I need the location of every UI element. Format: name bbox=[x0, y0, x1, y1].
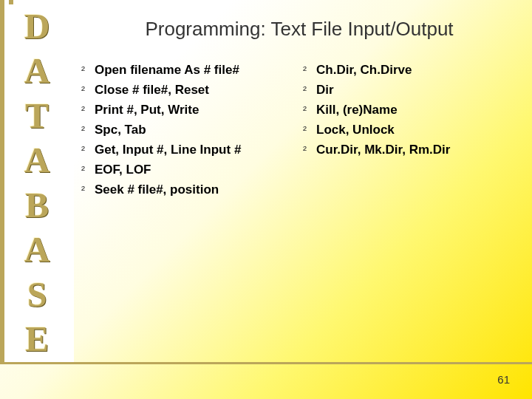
list-item: ²Spc, Tab bbox=[81, 123, 296, 137]
list-item: ²Print #, Put, Write bbox=[81, 103, 296, 117]
bullet-icon: ² bbox=[81, 123, 95, 137]
list-item-text: Cur.Dir, Mk.Dir, Rm.Dir bbox=[316, 143, 450, 157]
sidebar-letter: A bbox=[24, 228, 50, 272]
list-item-text: Kill, (re)Name bbox=[316, 103, 398, 117]
list-item-text: Seek # file#, position bbox=[95, 183, 219, 197]
right-column: ²Ch.Dir, Ch.Dirve ²Dir ²Kill, (re)Name ²… bbox=[303, 63, 517, 202]
list-item-text: Open filename As # file# bbox=[95, 63, 239, 78]
sidebar-letter: A bbox=[24, 49, 50, 93]
bullet-icon: ² bbox=[303, 123, 316, 137]
list-item-text: Get, Input #, Line Input # bbox=[95, 143, 241, 157]
bullet-icon: ² bbox=[81, 63, 95, 78]
left-column: ²Open filename As # file# ²Close # file#… bbox=[81, 63, 296, 202]
bullet-icon: ² bbox=[81, 83, 95, 98]
list-item-text: Spc, Tab bbox=[95, 123, 146, 137]
sidebar-letter: A bbox=[24, 138, 50, 183]
list-item: ²Cur.Dir, Mk.Dir, Rm.Dir bbox=[303, 143, 517, 157]
sidebar-letters: D A T A B A S E bbox=[9, 4, 65, 362]
page-number: 61 bbox=[497, 373, 510, 386]
sidebar-letter: E bbox=[25, 317, 49, 361]
sidebar-letter: D bbox=[24, 4, 50, 49]
list-item-text: EOF, LOF bbox=[95, 163, 151, 177]
list-item: ²Get, Input #, Line Input # bbox=[81, 143, 296, 157]
bullet-icon: ² bbox=[81, 103, 95, 117]
list-item: ²Open filename As # file# bbox=[81, 63, 296, 78]
list-item: ²Lock, Unlock bbox=[303, 123, 517, 137]
bullet-icon: ² bbox=[303, 143, 316, 157]
bullet-icon: ² bbox=[81, 143, 95, 157]
bullet-icon: ² bbox=[303, 83, 316, 98]
list-item: ²Close # file#, Reset bbox=[81, 83, 296, 98]
slide: D A T A B A S E Programming: Text File I… bbox=[0, 0, 532, 399]
bullet-icon: ² bbox=[81, 163, 95, 177]
sidebar-letter: B bbox=[25, 183, 49, 228]
bullet-icon: ² bbox=[303, 103, 316, 117]
content: Programming: Text File Input/Output ²Ope… bbox=[74, 0, 532, 399]
list-item-text: Dir bbox=[316, 83, 334, 98]
page-title: Programming: Text File Input/Output bbox=[81, 18, 517, 41]
list-item: ²Seek # file#, position bbox=[81, 183, 296, 197]
list-item: ²Kill, (re)Name bbox=[303, 103, 517, 117]
sidebar: D A T A B A S E bbox=[0, 0, 74, 362]
bullet-icon: ² bbox=[81, 183, 95, 197]
list-item-text: Lock, Unlock bbox=[316, 123, 395, 137]
list-item: ²Dir bbox=[303, 83, 517, 98]
list-item-text: Ch.Dir, Ch.Dirve bbox=[316, 63, 412, 78]
list-item-text: Print #, Put, Write bbox=[95, 103, 199, 117]
list-item-text: Close # file#, Reset bbox=[95, 83, 209, 98]
list-item: ²EOF, LOF bbox=[81, 163, 296, 177]
bullet-icon: ² bbox=[303, 63, 316, 78]
sidebar-letter: S bbox=[27, 273, 47, 317]
columns: ²Open filename As # file# ²Close # file#… bbox=[81, 63, 517, 202]
list-item: ²Ch.Dir, Ch.Dirve bbox=[303, 63, 517, 78]
sidebar-letter: T bbox=[25, 94, 49, 138]
